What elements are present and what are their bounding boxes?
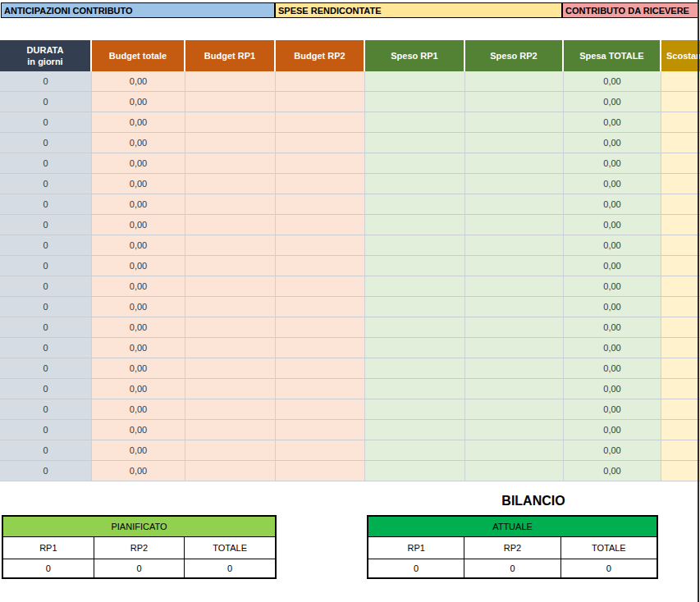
cell-budget_totale[interactable]: 0,00	[92, 174, 185, 194]
cell-scostamento[interactable]	[661, 461, 700, 481]
cell-spesa_totale[interactable]: 0,00	[564, 317, 661, 338]
cell-durata[interactable]: 0	[0, 256, 92, 276]
cell-budget_rp1[interactable]	[185, 71, 276, 92]
cell-budget_rp1[interactable]	[185, 174, 276, 194]
cell-budget_totale[interactable]: 0,00	[92, 112, 185, 133]
cell-speso_rp2[interactable]	[465, 317, 564, 338]
cell-budget_totale[interactable]: 0,00	[92, 440, 185, 461]
cell-scostamento[interactable]	[661, 112, 700, 133]
bilancio-column-label[interactable]: TOTALE	[185, 537, 275, 559]
cell-budget_totale[interactable]: 0,00	[92, 256, 185, 276]
cell-speso_rp2[interactable]	[465, 461, 564, 481]
column-header-durata[interactable]: DURATAin giorni	[0, 40, 92, 71]
section-band-spese-rendicontate[interactable]: SPESE RENDICONTATE	[275, 2, 562, 18]
cell-scostamento[interactable]	[661, 174, 700, 194]
cell-budget_rp1[interactable]	[185, 235, 276, 256]
cell-speso_rp1[interactable]	[365, 420, 465, 440]
cell-budget_rp1[interactable]	[185, 194, 276, 215]
cell-speso_rp2[interactable]	[465, 174, 564, 194]
cell-budget_rp1[interactable]	[185, 297, 276, 317]
cell-durata[interactable]: 0	[0, 399, 92, 420]
cell-spesa_totale[interactable]: 0,00	[564, 461, 661, 481]
cell-budget_rp2[interactable]	[276, 358, 365, 379]
cell-speso_rp2[interactable]	[465, 399, 564, 420]
cell-speso_rp1[interactable]	[365, 297, 465, 317]
cell-speso_rp1[interactable]	[365, 174, 465, 194]
cell-budget_rp1[interactable]	[185, 215, 276, 235]
cell-scostamento[interactable]	[661, 358, 700, 379]
cell-budget_rp1[interactable]	[185, 276, 276, 297]
cell-spesa_totale[interactable]: 0,00	[564, 399, 661, 420]
cell-budget_rp2[interactable]	[276, 276, 365, 297]
cell-scostamento[interactable]	[661, 133, 700, 153]
cell-budget_rp1[interactable]	[185, 153, 276, 174]
cell-durata[interactable]: 0	[0, 71, 92, 92]
cell-budget_rp1[interactable]	[185, 92, 276, 112]
cell-budget_rp1[interactable]	[185, 133, 276, 153]
cell-durata[interactable]: 0	[0, 92, 92, 112]
cell-speso_rp2[interactable]	[465, 92, 564, 112]
cell-budget_rp2[interactable]	[276, 71, 365, 92]
cell-budget_totale[interactable]: 0,00	[92, 461, 185, 481]
cell-budget_rp1[interactable]	[185, 317, 276, 338]
cell-budget_rp2[interactable]	[276, 92, 365, 112]
cell-budget_totale[interactable]: 0,00	[92, 133, 185, 153]
cell-budget_rp1[interactable]	[185, 112, 276, 133]
cell-durata[interactable]: 0	[0, 133, 92, 153]
cell-spesa_totale[interactable]: 0,00	[564, 174, 661, 194]
column-header-scostamento[interactable]: Scostamento	[661, 40, 700, 71]
cell-budget_totale[interactable]: 0,00	[92, 276, 185, 297]
column-header-speso_rp1[interactable]: Speso RP1	[365, 40, 465, 71]
cell-speso_rp1[interactable]	[365, 379, 465, 399]
cell-speso_rp1[interactable]	[365, 133, 465, 153]
cell-budget_totale[interactable]: 0,00	[92, 317, 185, 338]
cell-spesa_totale[interactable]: 0,00	[564, 256, 661, 276]
cell-spesa_totale[interactable]: 0,00	[564, 153, 661, 174]
cell-durata[interactable]: 0	[0, 174, 92, 194]
cell-durata[interactable]: 0	[0, 461, 92, 481]
cell-speso_rp1[interactable]	[365, 256, 465, 276]
cell-speso_rp1[interactable]	[365, 112, 465, 133]
cell-spesa_totale[interactable]: 0,00	[564, 440, 661, 461]
cell-scostamento[interactable]	[661, 256, 700, 276]
cell-budget_rp2[interactable]	[276, 194, 365, 215]
cell-durata[interactable]: 0	[0, 112, 92, 133]
cell-speso_rp2[interactable]	[465, 276, 564, 297]
bilancio-value-cell[interactable]: 0	[3, 559, 94, 577]
cell-spesa_totale[interactable]: 0,00	[564, 420, 661, 440]
cell-speso_rp2[interactable]	[465, 440, 564, 461]
cell-durata[interactable]: 0	[0, 276, 92, 297]
cell-budget_rp2[interactable]	[276, 215, 365, 235]
bilancio-value-cell[interactable]: 0	[94, 559, 185, 577]
cell-budget_rp2[interactable]	[276, 297, 365, 317]
cell-spesa_totale[interactable]: 0,00	[564, 358, 661, 379]
cell-budget_totale[interactable]: 0,00	[92, 153, 185, 174]
cell-budget_rp2[interactable]	[276, 399, 365, 420]
cell-scostamento[interactable]	[661, 379, 700, 399]
cell-spesa_totale[interactable]: 0,00	[564, 276, 661, 297]
cell-budget_totale[interactable]: 0,00	[92, 92, 185, 112]
cell-speso_rp1[interactable]	[365, 71, 465, 92]
cell-speso_rp2[interactable]	[465, 235, 564, 256]
section-band-anticipazioni-contributo[interactable]: ANTICIPAZIONI CONTRIBUTO	[1, 2, 275, 18]
bilancio-table-header-pianificato[interactable]: PIANIFICATO	[3, 517, 275, 537]
cell-scostamento[interactable]	[661, 235, 700, 256]
bilancio-column-label[interactable]: RP2	[94, 537, 185, 559]
cell-spesa_totale[interactable]: 0,00	[564, 235, 661, 256]
cell-durata[interactable]: 0	[0, 153, 92, 174]
column-header-budget_rp2[interactable]: Budget RP2	[276, 40, 365, 71]
column-header-spesa_totale[interactable]: Spesa TOTALE	[564, 40, 661, 71]
cell-budget_rp2[interactable]	[276, 133, 365, 153]
cell-budget_rp2[interactable]	[276, 461, 365, 481]
cell-budget_rp2[interactable]	[276, 440, 365, 461]
cell-durata[interactable]: 0	[0, 215, 92, 235]
cell-speso_rp2[interactable]	[465, 297, 564, 317]
cell-budget_rp2[interactable]	[276, 174, 365, 194]
cell-budget_rp1[interactable]	[185, 338, 276, 358]
cell-scostamento[interactable]	[661, 276, 700, 297]
cell-durata[interactable]: 0	[0, 338, 92, 358]
cell-durata[interactable]: 0	[0, 297, 92, 317]
cell-spesa_totale[interactable]: 0,00	[564, 133, 661, 153]
cell-speso_rp1[interactable]	[365, 215, 465, 235]
cell-spesa_totale[interactable]: 0,00	[564, 71, 661, 92]
